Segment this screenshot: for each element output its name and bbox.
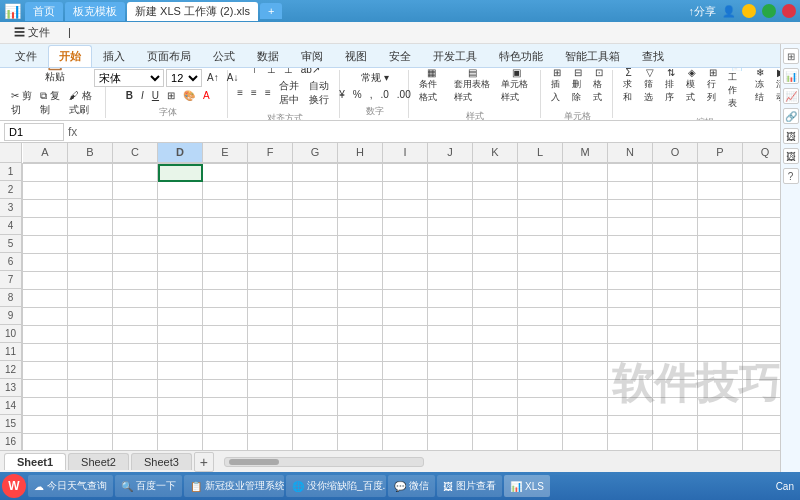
paste-button[interactable]: 📋 粘贴 bbox=[41, 68, 69, 87]
taskbar-item-search[interactable]: 🌐 没你缩缺陷_百度... bbox=[286, 475, 386, 497]
row-header-11[interactable]: 11 bbox=[0, 343, 22, 361]
cell-I11[interactable] bbox=[383, 344, 428, 362]
cell-B13[interactable] bbox=[68, 380, 113, 398]
col-header-J[interactable]: J bbox=[428, 143, 473, 163]
cell-P13[interactable] bbox=[698, 380, 743, 398]
row-header-12[interactable]: 12 bbox=[0, 361, 22, 379]
cell-L12[interactable] bbox=[518, 362, 563, 380]
minimize-button[interactable] bbox=[742, 4, 756, 18]
cell-D15[interactable] bbox=[158, 416, 203, 434]
cell-I13[interactable] bbox=[383, 380, 428, 398]
cell-K5[interactable] bbox=[473, 236, 518, 254]
cell-P2[interactable] bbox=[698, 182, 743, 200]
cell-L9[interactable] bbox=[518, 308, 563, 326]
cell-A3[interactable] bbox=[23, 200, 68, 218]
cell-H10[interactable] bbox=[338, 326, 383, 344]
sheet-tab-1[interactable]: Sheet1 bbox=[4, 453, 66, 470]
cell-O9[interactable] bbox=[653, 308, 698, 326]
col-header-I[interactable]: I bbox=[383, 143, 428, 163]
percent-button[interactable]: % bbox=[350, 88, 365, 101]
col-header-G[interactable]: G bbox=[293, 143, 338, 163]
cell-C3[interactable] bbox=[113, 200, 158, 218]
cell-O4[interactable] bbox=[653, 218, 698, 236]
cell-C9[interactable] bbox=[113, 308, 158, 326]
cell-H8[interactable] bbox=[338, 290, 383, 308]
cell-K14[interactable] bbox=[473, 398, 518, 416]
cell-D13[interactable] bbox=[158, 380, 203, 398]
cell-M12[interactable] bbox=[563, 362, 608, 380]
cell-I9[interactable] bbox=[383, 308, 428, 326]
cell-J15[interactable] bbox=[428, 416, 473, 434]
cell-I6[interactable] bbox=[383, 254, 428, 272]
cell-D7[interactable] bbox=[158, 272, 203, 290]
sheet-tab-3[interactable]: Sheet3 bbox=[131, 453, 192, 470]
font-size-select[interactable]: 12 bbox=[166, 69, 202, 87]
cell-C14[interactable] bbox=[113, 398, 158, 416]
cell-P1[interactable] bbox=[698, 164, 743, 182]
cell-E10[interactable] bbox=[203, 326, 248, 344]
cell-A8[interactable] bbox=[23, 290, 68, 308]
cell-N14[interactable] bbox=[608, 398, 653, 416]
cell-E6[interactable] bbox=[203, 254, 248, 272]
cell-N10[interactable] bbox=[608, 326, 653, 344]
ribbon-tab-view[interactable]: 视图 bbox=[334, 45, 378, 67]
close-button[interactable] bbox=[782, 4, 796, 18]
cell-B10[interactable] bbox=[68, 326, 113, 344]
cell-D10[interactable] bbox=[158, 326, 203, 344]
cell-O8[interactable] bbox=[653, 290, 698, 308]
cell-I7[interactable] bbox=[383, 272, 428, 290]
cell-C1[interactable] bbox=[113, 164, 158, 182]
ribbon-tab-insert[interactable]: 插入 bbox=[92, 45, 136, 67]
row-header-16[interactable]: 16 bbox=[0, 433, 22, 450]
cell-A11[interactable] bbox=[23, 344, 68, 362]
cell-L16[interactable] bbox=[518, 434, 563, 450]
cell-M13[interactable] bbox=[563, 380, 608, 398]
cell-M4[interactable] bbox=[563, 218, 608, 236]
mode-button[interactable]: ◈ 模式 bbox=[682, 68, 701, 106]
cell-reference-input[interactable]: D1 bbox=[4, 123, 64, 141]
cell-G2[interactable] bbox=[293, 182, 338, 200]
cell-K8[interactable] bbox=[473, 290, 518, 308]
side-btn-1[interactable]: ⊞ bbox=[783, 48, 799, 64]
cell-E2[interactable] bbox=[203, 182, 248, 200]
cell-F3[interactable] bbox=[248, 200, 293, 218]
cell-A1[interactable] bbox=[23, 164, 68, 182]
row-header-5[interactable]: 5 bbox=[0, 235, 22, 253]
cell-H9[interactable] bbox=[338, 308, 383, 326]
cell-I2[interactable] bbox=[383, 182, 428, 200]
cell-G6[interactable] bbox=[293, 254, 338, 272]
thousand-button[interactable]: , bbox=[367, 88, 376, 101]
cell-I16[interactable] bbox=[383, 434, 428, 450]
cell-A7[interactable] bbox=[23, 272, 68, 290]
cell-L4[interactable] bbox=[518, 218, 563, 236]
cell-F5[interactable] bbox=[248, 236, 293, 254]
cell-O15[interactable] bbox=[653, 416, 698, 434]
maximize-button[interactable] bbox=[762, 4, 776, 18]
ribbon-tab-special[interactable]: 特色功能 bbox=[488, 45, 554, 67]
col-header-B[interactable]: B bbox=[68, 143, 113, 163]
cell-J1[interactable] bbox=[428, 164, 473, 182]
cell-F15[interactable] bbox=[248, 416, 293, 434]
ribbon-tab-formula[interactable]: 公式 bbox=[202, 45, 246, 67]
row-header-7[interactable]: 7 bbox=[0, 271, 22, 289]
cell-N3[interactable] bbox=[608, 200, 653, 218]
tab-add[interactable]: + bbox=[260, 3, 282, 19]
cell-B4[interactable] bbox=[68, 218, 113, 236]
cell-K7[interactable] bbox=[473, 272, 518, 290]
cell-O6[interactable] bbox=[653, 254, 698, 272]
cell-G16[interactable] bbox=[293, 434, 338, 450]
cell-E13[interactable] bbox=[203, 380, 248, 398]
increase-font-button[interactable]: A↑ bbox=[204, 71, 222, 84]
cell-P8[interactable] bbox=[698, 290, 743, 308]
cell-G12[interactable] bbox=[293, 362, 338, 380]
cell-B7[interactable] bbox=[68, 272, 113, 290]
side-btn-5[interactable]: 🖼 bbox=[783, 128, 799, 144]
cell-O12[interactable] bbox=[653, 362, 698, 380]
rowcol-button[interactable]: ⊞ 行列 bbox=[703, 68, 722, 106]
cell-N15[interactable] bbox=[608, 416, 653, 434]
cell-L2[interactable] bbox=[518, 182, 563, 200]
cell-C6[interactable] bbox=[113, 254, 158, 272]
ribbon-tab-review[interactable]: 审阅 bbox=[290, 45, 334, 67]
col-header-E[interactable]: E bbox=[203, 143, 248, 163]
cell-L15[interactable] bbox=[518, 416, 563, 434]
